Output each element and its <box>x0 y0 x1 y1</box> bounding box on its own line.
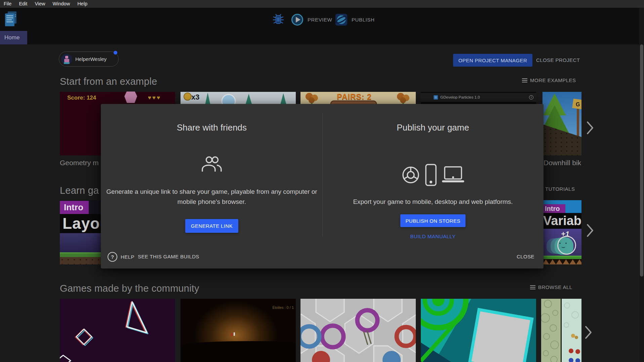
learn-heading: Learn ga <box>60 185 99 196</box>
menu-file[interactable]: File <box>0 0 15 8</box>
particles-header-bar: GDevelop Particles 1.0 i <box>421 93 536 102</box>
share-publish-dialog: Share with friends Generate a unique lin… <box>101 104 544 268</box>
community-card-bubbles[interactable] <box>541 299 581 362</box>
share-description: Generate a unique link to share your gam… <box>101 187 323 207</box>
info-icon[interactable]: i <box>529 95 533 100</box>
close-project-button[interactable]: CLOSE PROJECT <box>536 54 580 67</box>
tutorials-label: TUTORIALS <box>545 186 575 192</box>
close-dialog-button[interactable]: CLOSE <box>517 254 534 259</box>
project-manager-button[interactable] <box>5 11 17 27</box>
publish-globe-icon <box>335 13 348 26</box>
pentagon-monster-sprite <box>124 92 137 103</box>
notification-dot <box>114 51 117 55</box>
example-caption-geometry: Geometry m <box>60 159 99 167</box>
intro-badge: Intro <box>60 201 89 214</box>
spikes-strip <box>542 259 581 264</box>
list-icon <box>522 78 527 82</box>
intro-badge: Intro <box>542 204 565 213</box>
help-button[interactable]: ? HELP <box>108 252 134 262</box>
examples-heading: Start from an example <box>60 76 157 87</box>
community-card-shapes[interactable] <box>60 299 175 362</box>
score-hud: Score: 124 <box>67 95 96 101</box>
example-caption-downhill: Downhill bik <box>544 159 581 167</box>
variables-scene: +1 <box>542 229 581 256</box>
examples-next-chevron-icon[interactable] <box>587 121 594 135</box>
pairs-hud: PAIRS: 2 <box>337 93 371 102</box>
example-card-downhill[interactable]: G <box>542 92 581 155</box>
see-game-builds-button[interactable]: SEE THIS GAME BUILDS <box>138 254 199 259</box>
bubbles-left <box>541 299 561 362</box>
bug-icon <box>273 14 284 25</box>
list-icon <box>530 285 535 289</box>
user-chip[interactable]: HelperWesley <box>59 51 119 67</box>
publish-button[interactable]: PUBLISH <box>335 13 374 26</box>
hearts-hud: ♥♥♥ <box>148 95 161 101</box>
community-card-hex-rings[interactable] <box>300 299 416 362</box>
laptop-icon <box>442 166 464 184</box>
more-examples-label: MORE EXAMPLES <box>530 77 576 83</box>
ground-silhouette <box>180 341 296 362</box>
gdevelop-logo-icon <box>434 95 438 100</box>
learn-card-variables[interactable]: Intro Variab +1 <box>542 200 581 264</box>
avatar <box>61 54 72 65</box>
menu-window[interactable]: Window <box>49 0 74 8</box>
particles-title: GDevelop Particles 1.0 <box>440 93 480 102</box>
toolbar: PREVIEW PUBLISH Home <box>0 8 644 44</box>
chrome-icon <box>402 166 420 184</box>
open-project-manager-button[interactable]: OPEN PROJECT MANAGER <box>453 54 532 67</box>
menu-edit[interactable]: Edit <box>15 0 31 8</box>
tiny-character <box>234 332 235 336</box>
build-manually-link[interactable]: BUILD MANUALLY <box>410 233 455 239</box>
help-label: HELP <box>121 254 134 260</box>
gdevelop-window: File Edit View Window Help <box>0 0 644 362</box>
community-heading: Games made by the community <box>60 283 199 294</box>
platform-icons <box>402 164 464 186</box>
community-card-teal[interactable] <box>421 299 536 362</box>
smartphone-icon <box>425 164 437 186</box>
publish-on-stores-button[interactable]: PUBLISH ON STORES <box>400 214 466 227</box>
publish-description: Export your game to mobile, desktop and … <box>322 197 544 207</box>
browse-all-link[interactable]: BROWSE ALL <box>530 284 572 290</box>
menu-view[interactable]: View <box>31 0 49 8</box>
community-next-chevron-icon[interactable] <box>585 326 592 339</box>
username: HelperWesley <box>75 56 107 62</box>
coin-multiplier: x3 <box>191 93 199 102</box>
bubbles-right <box>562 299 581 362</box>
help-icon: ? <box>108 252 117 262</box>
preview-label: PREVIEW <box>308 17 332 23</box>
community-card-campfire[interactable]: Étoiles : 0 / 1 <box>180 299 296 362</box>
svg-text:G: G <box>576 102 580 107</box>
chromatic-shapes <box>60 299 175 362</box>
tab-home[interactable]: Home <box>0 31 27 44</box>
more-examples-link[interactable]: MORE EXAMPLES <box>522 77 576 83</box>
preview-button[interactable]: PREVIEW <box>291 13 332 26</box>
learn-next-chevron-icon[interactable] <box>587 224 594 237</box>
menu-help[interactable]: Help <box>74 0 91 8</box>
people-icon <box>201 156 223 172</box>
share-title: Share with friends <box>177 122 247 133</box>
teal-scene <box>421 299 536 362</box>
dialog-divider <box>322 113 323 237</box>
publish-label: PUBLISH <box>352 17 374 23</box>
publish-title: Publish your game <box>397 122 469 133</box>
generate-link-button[interactable]: GENERATE LINK <box>185 219 238 233</box>
stars-hud: Étoiles : 0 / 1 <box>272 305 294 310</box>
play-icon <box>291 13 304 26</box>
hex-rings-scene <box>300 299 416 362</box>
browse-all-label: BROWSE ALL <box>538 284 572 290</box>
project-manager-icon <box>5 11 17 27</box>
scrollbar-thumb[interactable] <box>640 44 643 277</box>
debug-button[interactable] <box>273 14 284 25</box>
menu-bar: File Edit View Window Help <box>0 0 644 8</box>
variables-title: Variab <box>542 213 581 229</box>
